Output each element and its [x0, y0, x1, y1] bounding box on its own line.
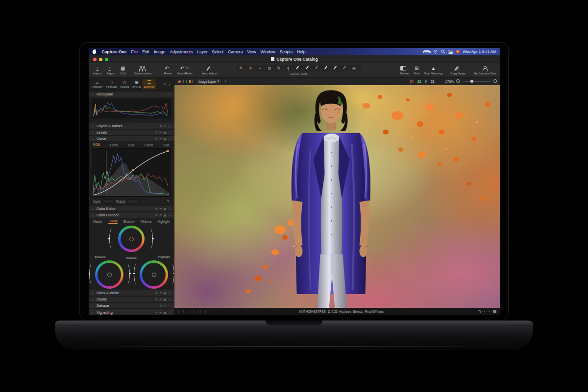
wifi-icon[interactable] [433, 49, 438, 54]
sort-toggle-icon[interactable] [193, 310, 198, 313]
reset-arrow-icon[interactable]: ↶ [159, 207, 162, 210]
cb-tab-midtone[interactable]: Midtone [141, 220, 152, 223]
more-icon[interactable]: ⋯ [168, 291, 171, 295]
tab-library[interactable]: ▱LIBRARY [90, 79, 104, 90]
pen-icon[interactable]: ✎ [160, 304, 162, 307]
multi-view-icon[interactable]: ⊞ [177, 79, 181, 84]
color-balance-header[interactable]: ⌄ Color Balance ✎↶▤⋯ [89, 212, 174, 218]
menu-item-view[interactable]: View [247, 49, 256, 54]
before-button[interactable]: ⌄ Before [397, 63, 411, 77]
apply-adjustments-icon[interactable] [322, 66, 329, 71]
cb-tab-highlight[interactable]: Highlight [157, 220, 170, 223]
zoom-in-icon[interactable] [493, 79, 497, 83]
highlight-color-wheel[interactable] [140, 260, 168, 289]
more-icon[interactable]: ⋯ [168, 131, 171, 134]
cull-button[interactable]: ▦ Cull [118, 63, 128, 77]
erase-mask-icon[interactable] [342, 66, 348, 71]
menu-item-select[interactable]: Select [212, 49, 224, 54]
dehaze-header[interactable]: › Dehaze ✎↶⋯ [89, 302, 174, 309]
menu-item-adjustments[interactable]: Adjustments [170, 49, 193, 54]
single-view-icon[interactable]: ▢ [183, 79, 187, 84]
tab-options-icon[interactable]: ⋮ [167, 82, 172, 87]
copy-icon[interactable]: ▤ [164, 311, 167, 314]
layer-select[interactable]: Image Layer ▲▼ [196, 79, 221, 84]
tab-style[interactable]: ◉STYLE [131, 79, 142, 90]
levels-header[interactable]: › Levels ✎↶▤⋯ [89, 129, 174, 136]
zoom-button[interactable] [105, 58, 108, 61]
shadow-lightness-slider[interactable] [124, 264, 130, 284]
select-tool-icon[interactable]: ⇱ [238, 66, 245, 71]
filter-toggle-icon[interactable] [186, 310, 191, 313]
loupe-tool-icon[interactable]: ⌕ [257, 66, 263, 71]
curve-picker-icon[interactable]: ✎ [167, 199, 170, 203]
brush-icon[interactable]: ✎ [160, 124, 162, 128]
cb-tab-master[interactable]: Master [93, 220, 103, 223]
curve-tab-green[interactable]: Green [144, 143, 153, 147]
thumb-large-icon[interactable] [493, 310, 496, 313]
export-button[interactable]: ↑⌄ Export [104, 63, 118, 77]
color-picker-icon[interactable] [313, 66, 319, 71]
thumb-small-icon[interactable] [478, 310, 481, 313]
curve-graph[interactable] [92, 148, 171, 197]
midtone-lightness-slider[interactable] [147, 229, 153, 249]
curve-tab-luma[interactable]: Luma [110, 143, 118, 147]
more-icon[interactable]: ⋯ [168, 213, 171, 217]
auto-adjust-button[interactable]: ⌄ Auto Adjust [199, 63, 220, 77]
reset-arrow-icon[interactable]: ↶ [159, 298, 162, 301]
menu-item-camera[interactable]: Camera [228, 49, 243, 54]
import-button[interactable]: ↓ Import [91, 63, 104, 77]
tab-shape[interactable]: ◇SHAPE [119, 79, 130, 90]
reset-arrow-icon[interactable]: ↶ [159, 311, 162, 314]
curve-tab-red[interactable]: Red [128, 143, 134, 147]
reset-arrow-icon[interactable]: ↶ [159, 137, 162, 140]
reset-arrow-icon[interactable]: ↶ [159, 213, 162, 217]
zoom-out-icon[interactable] [456, 79, 460, 83]
control-center-icon[interactable] [448, 50, 453, 54]
annotate-icon[interactable]: ◎ [351, 66, 357, 71]
info-toggle-icon[interactable] [200, 310, 206, 313]
midtone-color-wheel[interactable] [118, 226, 145, 252]
menu-item-capture-one[interactable]: Capture One [102, 49, 127, 54]
curve-output-field[interactable] [128, 199, 139, 204]
highlight-saturation-slider[interactable] [134, 264, 139, 284]
copy-apply-button[interactable]: ⌄ Copy/Apply [448, 63, 468, 77]
more-icon[interactable]: ⋯ [168, 207, 171, 210]
photo-canvas[interactable] [174, 85, 500, 308]
copy-icon[interactable]: ▤ [164, 207, 167, 210]
reset-button[interactable]: ↶⌄ Reset [162, 63, 174, 77]
vignetting-header[interactable]: › Vignetting ✎↶▤⋯ [89, 309, 174, 315]
histogram-header[interactable]: ⌄ Histogram ⋯ [89, 91, 174, 97]
menu-item-image[interactable]: Image [154, 49, 166, 54]
more-tabs-icon[interactable]: » [163, 82, 166, 87]
reset-arrow-icon[interactable]: ↶ [164, 124, 166, 128]
copy-icon[interactable]: ▤ [164, 213, 167, 217]
battery-icon[interactable] [423, 50, 430, 53]
reset-arrow-icon[interactable]: ↶ [159, 131, 162, 134]
tab-tether[interactable]: ϟTETHER [105, 79, 118, 90]
browse-toggle-icon[interactable] [178, 310, 184, 313]
thumbnail-size-control[interactable] [478, 310, 497, 313]
pen-icon[interactable]: ✎ [155, 207, 158, 210]
highlight-lightness-slider[interactable] [169, 264, 174, 284]
more-icon[interactable]: ⋯ [168, 92, 171, 96]
menu-clock[interactable]: Wed Apr 1 9:41 AM [463, 49, 496, 54]
crop-tool-icon[interactable]: ⊡ [266, 66, 272, 71]
curve-tab-blue[interactable]: Blue [163, 143, 170, 147]
more-icon[interactable]: ⋯ [168, 304, 171, 307]
zoom-level[interactable]: 176% [445, 80, 454, 83]
more-icon[interactable]: ⋯ [168, 124, 171, 128]
menu-item-scripts[interactable]: Scripts [280, 49, 293, 54]
draw-mask-icon[interactable] [332, 66, 339, 71]
zoom-slider[interactable] [463, 81, 491, 82]
pen-icon[interactable]: ✎ [155, 131, 158, 134]
capture-one-menu-icon[interactable] [456, 50, 460, 53]
cb-tab-3way[interactable]: 3-Way [108, 219, 117, 224]
apple-menu-icon[interactable] [93, 50, 96, 54]
undo-redo-button[interactable]: ↶↷ Undo/Redo [174, 63, 195, 77]
cb-tab-shadow[interactable]: Shadow [123, 220, 135, 223]
tab-adjust[interactable]: ☰ADJUST [143, 79, 156, 90]
close-button[interactable] [93, 58, 97, 61]
black-white-header[interactable]: › Black & White ✎↶▤⋯ [89, 290, 174, 296]
menu-item-help[interactable]: Help [297, 49, 305, 54]
straighten-tool-icon[interactable]: ∕| [285, 66, 292, 71]
